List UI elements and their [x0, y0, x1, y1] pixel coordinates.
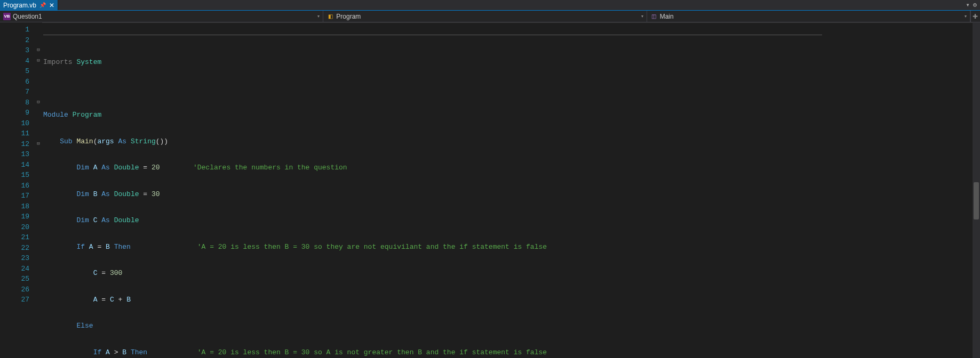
code-line[interactable]: If A = B Then 'A = 20 is less then B = 3… [42, 242, 980, 253]
fold-toggle [35, 77, 42, 87]
line-number: 15 [0, 170, 29, 181]
fold-toggle [35, 160, 42, 170]
line-number: 12 [0, 139, 29, 150]
code-line[interactable]: A = C + B [42, 295, 980, 305]
fold-toggle [35, 211, 42, 222]
fold-toggle[interactable]: ⊟ [35, 139, 42, 150]
line-number: 4 [0, 56, 29, 67]
line-number: 11 [0, 128, 29, 139]
code-line[interactable]: Else [42, 321, 980, 331]
split-icon: ✚ [973, 13, 978, 20]
line-number: 22 [0, 243, 29, 254]
chevron-down-icon: ▾ [965, 14, 967, 19]
tabs-dropdown-icon[interactable]: ▾ [966, 1, 970, 9]
fold-toggle [35, 149, 42, 160]
fold-gutter: ⊟⊟⊟⊟ [35, 22, 42, 358]
line-number: 5 [0, 66, 29, 77]
tab-bar-actions: ▾ ⚙ [966, 0, 980, 10]
chevron-down-icon: ▾ [317, 14, 320, 19]
code-line[interactable]: Dim C As Double [42, 215, 980, 226]
code-line[interactable]: Dim B As Double = 30 [42, 189, 980, 200]
member-dropdown[interactable]: ◫ Main ▾ [647, 11, 970, 22]
code-line[interactable]: C = 300 [42, 268, 980, 279]
code-line[interactable]: Imports System [42, 57, 980, 68]
fold-toggle [35, 253, 42, 264]
fold-toggle[interactable]: ⊟ [35, 45, 42, 56]
line-number: 27 [0, 295, 29, 305]
fold-toggle [35, 264, 42, 274]
line-number: 23 [0, 253, 29, 264]
class-icon: ◧ [326, 13, 334, 20]
line-number: 6 [0, 77, 29, 87]
code-line[interactable] [42, 84, 980, 94]
document-tab-bar: Program.vb 📌 ✕ ▾ ⚙ [0, 0, 980, 11]
code-editor[interactable]: 1234567891011121314151617181920212223242… [0, 22, 980, 358]
fold-toggle [35, 222, 42, 233]
fold-toggle[interactable]: ⊟ [35, 97, 42, 108]
line-number: 10 [0, 118, 29, 129]
method-icon: ◫ [650, 13, 658, 20]
line-number: 1 [0, 25, 29, 35]
line-number: 19 [0, 211, 29, 222]
fold-toggle [35, 128, 42, 139]
navigation-bar: VB Question1 ▾ ◧ Program ▾ ◫ Main ▾ ✚ [0, 11, 980, 22]
project-dropdown[interactable]: VB Question1 ▾ [0, 11, 323, 22]
tab-filename: Program.vb [3, 2, 36, 9]
line-number: 17 [0, 191, 29, 201]
fold-toggle[interactable]: ⊟ [35, 56, 42, 67]
pin-icon[interactable]: 📌 [39, 2, 46, 8]
split-editor-button[interactable]: ✚ [970, 11, 980, 22]
file-tab[interactable]: Program.vb 📌 ✕ [0, 0, 58, 10]
close-icon[interactable]: ✕ [49, 2, 54, 9]
fold-toggle [35, 170, 42, 181]
line-number: 24 [0, 264, 29, 274]
vb-project-icon: VB [3, 13, 11, 20]
line-number: 8 [0, 97, 29, 108]
class-name: Program [336, 13, 361, 20]
code-line[interactable]: Module Program [42, 110, 980, 120]
vertical-scrollbar[interactable] [973, 22, 980, 358]
fold-toggle [35, 295, 42, 305]
line-number: 21 [0, 232, 29, 243]
code-line[interactable]: If A > B Then 'A = 20 is less then B = 3… [42, 347, 980, 358]
line-number: 7 [0, 87, 29, 97]
line-number: 25 [0, 274, 29, 284]
scrollbar-thumb[interactable] [974, 182, 979, 219]
member-name: Main [660, 13, 674, 20]
line-number: 26 [0, 284, 29, 295]
line-number-gutter: 1234567891011121314151617181920212223242… [0, 22, 35, 358]
line-number: 13 [0, 149, 29, 160]
fold-toggle [35, 87, 42, 97]
fold-toggle [35, 66, 42, 77]
project-name: Question1 [13, 13, 42, 20]
line-number: 20 [0, 222, 29, 233]
line-number: 3 [0, 45, 29, 56]
fold-toggle [35, 232, 42, 243]
fold-toggle [35, 191, 42, 201]
imports-separator [43, 35, 822, 35]
fold-toggle [35, 108, 42, 118]
fold-toggle [35, 25, 42, 35]
chevron-down-icon: ▾ [641, 14, 643, 19]
code-line[interactable]: Sub Main(args As String()) [42, 136, 980, 147]
gear-icon[interactable]: ⚙ [973, 1, 977, 9]
fold-toggle [35, 274, 42, 284]
fold-toggle [35, 35, 42, 46]
fold-toggle [35, 118, 42, 129]
fold-toggle [35, 284, 42, 295]
line-number: 14 [0, 160, 29, 170]
class-dropdown[interactable]: ◧ Program ▾ [323, 11, 647, 22]
line-number: 9 [0, 108, 29, 118]
code-line[interactable]: Dim A As Double = 20 'Declares the numbe… [42, 162, 980, 173]
line-number: 2 [0, 35, 29, 46]
fold-toggle [35, 243, 42, 254]
code-area[interactable]: Imports System Module Program Sub Main(a… [42, 22, 980, 358]
fold-toggle [35, 201, 42, 212]
line-number: 16 [0, 181, 29, 191]
line-number: 18 [0, 201, 29, 212]
fold-toggle [35, 181, 42, 191]
